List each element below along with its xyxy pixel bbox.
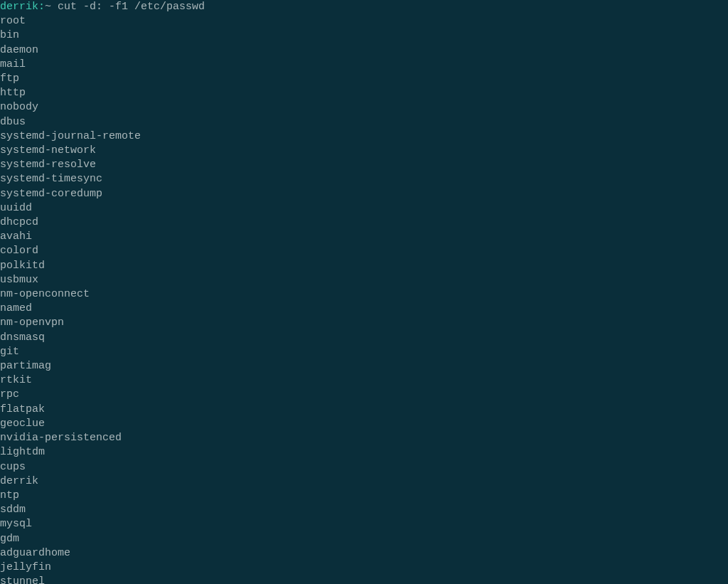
output-line: partimag xyxy=(0,359,728,373)
output-line: dbus xyxy=(0,115,728,129)
output-line: adguardhome xyxy=(0,546,728,561)
output-line: systemd-coredump xyxy=(0,187,728,201)
output-line: git xyxy=(0,345,728,359)
output-line: polkitd xyxy=(0,259,728,273)
command-text: cut -d: -f1 /etc/passwd xyxy=(58,1,205,13)
output-line: dhcpcd xyxy=(0,216,728,230)
output-line: nobody xyxy=(0,100,728,115)
prompt-user: derrik xyxy=(0,1,38,13)
output-line: colord xyxy=(0,244,728,258)
output-line: usbmux xyxy=(0,273,728,287)
output-line: systemd-journal-remote xyxy=(0,129,728,144)
command-text xyxy=(51,1,58,13)
output-line: systemd-network xyxy=(0,144,728,158)
output-line: ntp xyxy=(0,489,728,503)
output-line: http xyxy=(0,86,728,100)
output-line: lightdm xyxy=(0,445,728,460)
output-line: cups xyxy=(0,460,728,474)
output-line: daemon xyxy=(0,43,728,58)
output-line: uuidd xyxy=(0,201,728,216)
output-line: bin xyxy=(0,28,728,43)
output-container: rootbindaemonmailftphttpnobodydbussystem… xyxy=(0,14,728,584)
output-line: mysql xyxy=(0,517,728,531)
output-line: nm-openconnect xyxy=(0,287,728,302)
output-line: derrik xyxy=(0,474,728,489)
prompt-line: derrik:~ cut -d: -f1 /etc/passwd xyxy=(0,0,728,14)
output-line: gdm xyxy=(0,532,728,546)
terminal[interactable]: derrik:~ cut -d: -f1 /etc/passwd rootbin… xyxy=(0,0,728,584)
output-line: nm-openvpn xyxy=(0,316,728,330)
output-line: dnsmasq xyxy=(0,331,728,345)
prompt-sep: : xyxy=(38,1,45,13)
output-line: root xyxy=(0,14,728,28)
output-line: ftp xyxy=(0,72,728,86)
output-line: systemd-timesync xyxy=(0,172,728,186)
output-line: jellyfin xyxy=(0,561,728,575)
output-line: systemd-resolve xyxy=(0,158,728,172)
output-line: avahi xyxy=(0,230,728,244)
output-line: rtkit xyxy=(0,373,728,388)
output-line: stunnel xyxy=(0,575,728,584)
output-line: mail xyxy=(0,58,728,72)
prompt-path: ~ xyxy=(45,1,51,13)
output-line: nvidia-persistenced xyxy=(0,431,728,445)
output-line: named xyxy=(0,302,728,316)
output-line: flatpak xyxy=(0,403,728,417)
output-line: sddm xyxy=(0,503,728,517)
output-line: rpc xyxy=(0,388,728,402)
output-line: geoclue xyxy=(0,417,728,431)
